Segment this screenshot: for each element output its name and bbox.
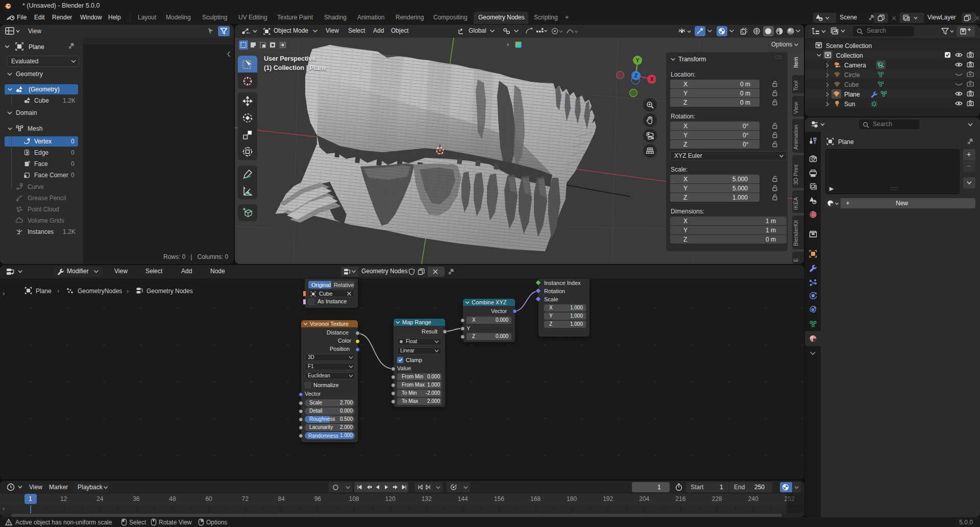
svg-text:X: X xyxy=(650,77,654,82)
svg-text:Z: Z xyxy=(634,73,638,79)
svg-text:Y: Y xyxy=(636,58,640,63)
